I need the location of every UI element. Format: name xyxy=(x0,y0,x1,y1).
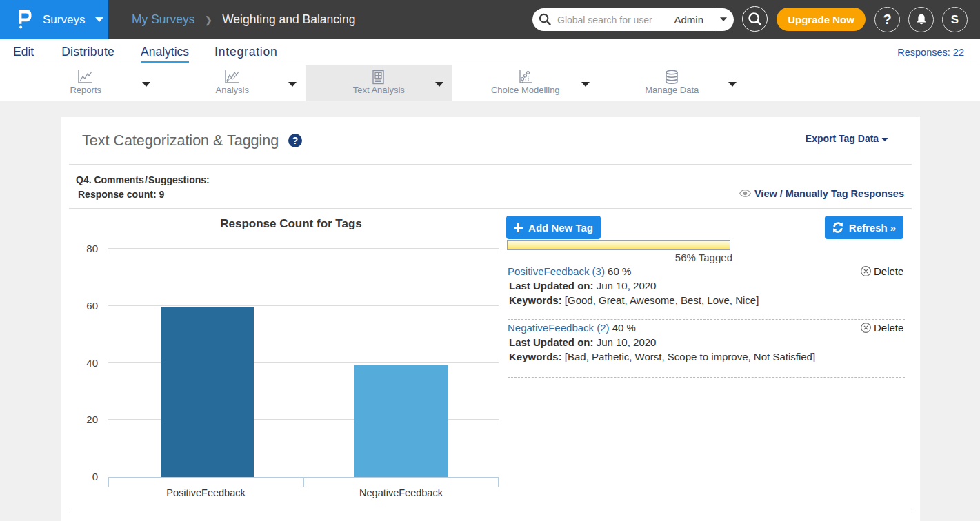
svg-text:NegativeFeedback: NegativeFeedback xyxy=(359,487,443,498)
svg-text:20: 20 xyxy=(86,413,98,425)
svg-text:80: 80 xyxy=(86,243,98,254)
svg-text:PositiveFeedback: PositiveFeedback xyxy=(166,487,246,498)
svg-text:Response Count for Tags: Response Count for Tags xyxy=(220,217,362,230)
svg-text:0: 0 xyxy=(92,471,98,482)
svg-text:60: 60 xyxy=(86,300,98,311)
svg-text:40: 40 xyxy=(86,357,98,369)
svg-text:?: ? xyxy=(292,135,299,146)
